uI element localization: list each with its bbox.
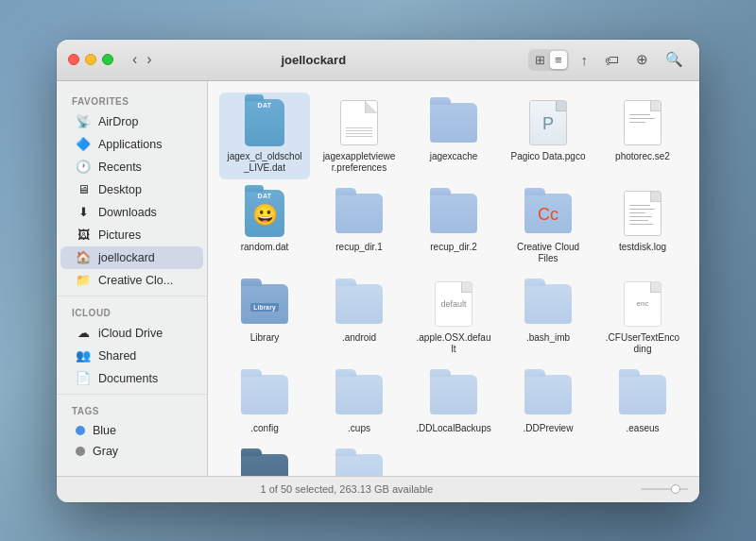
file-item-ddlocalbackups[interactable]: .DDLocalBackups: [408, 364, 499, 440]
file-item-pagico[interactable]: P Pagico Data.pgco: [503, 93, 593, 179]
file-item-ddpreview[interactable]: .DDPreview: [503, 364, 593, 440]
downloads-icon: ⬇: [76, 205, 91, 220]
sidebar-item-creative-cloud[interactable]: 📁 Creative Clo...: [60, 269, 203, 292]
view-toggle: ⊞ ≡: [528, 49, 569, 71]
status-bar: 1 of 50 selected, 263.13 GB available: [57, 476, 699, 502]
search-button[interactable]: 🔍: [661, 48, 688, 71]
random-dat-file-icon: DAT 😀: [245, 190, 284, 237]
grid-view-button[interactable]: ⊞: [530, 51, 550, 69]
placeholder-1-icon: [335, 449, 384, 476]
apple-osx-icon: default: [429, 279, 478, 329]
file-item-random-dat[interactable]: DAT 😀 random.dat: [219, 183, 310, 270]
file-item-cups[interactable]: .cups: [314, 364, 404, 440]
creative-cloud-icon: 📁: [76, 273, 91, 288]
content-area: Favorites 📡 AirDrop 🔷 Applications 🕐 Rec…: [57, 81, 699, 476]
doc-file-icon: [340, 100, 378, 145]
applications-icon: 🔷: [76, 137, 91, 152]
share-button[interactable]: ↑: [576, 49, 593, 71]
folder-icon-ddp: [524, 375, 572, 414]
cfuser-file-icon: enc: [624, 281, 662, 327]
sidebar-item-joellockard[interactable]: 🏠 joellockard: [60, 246, 203, 269]
shared-icon: 👥: [76, 348, 91, 363]
sidebar-divider-2: [57, 394, 207, 395]
folder-icon-ddlb: [430, 375, 477, 414]
pictures-label: Pictures: [98, 228, 141, 242]
exec-icon: [240, 449, 289, 476]
file-item-cc-files[interactable]: Cc Creative Cloud Files: [503, 183, 593, 270]
file-item-android[interactable]: .android: [314, 274, 404, 361]
sidebar-item-tag-blue[interactable]: Blue: [60, 420, 203, 441]
photorec-icon: [618, 98, 667, 147]
easeus-name: .easeus: [626, 423, 659, 434]
file-item-exec[interactable]: exec: [219, 444, 310, 476]
file-item-easeus[interactable]: .easeus: [597, 364, 688, 440]
file-item-cfuser[interactable]: enc .CFUserTextEncoding: [597, 274, 688, 361]
config-icon: [240, 370, 289, 419]
cc-logo: Cc: [538, 205, 558, 225]
ddpreview-name: .DDPreview: [524, 423, 574, 434]
pgco-file-icon: P: [529, 100, 567, 145]
apple-default-label: default: [440, 299, 466, 309]
sidebar-item-downloads[interactable]: ⬇ Downloads: [60, 201, 203, 224]
sidebar-item-tag-gray[interactable]: Gray: [60, 441, 203, 462]
exec-folder-icon: [241, 454, 288, 476]
file-item-photorec[interactable]: photorec.se2: [597, 93, 688, 179]
random-dat-name: random.dat: [241, 242, 289, 253]
library-badge: Library: [250, 303, 278, 312]
toolbar-right: ⊞ ≡ ↑ 🏷 ⊕ 🔍: [528, 48, 688, 71]
sidebar-item-shared[interactable]: 👥 Shared: [60, 345, 203, 367]
dat-label: DAT: [245, 102, 284, 109]
bash-imb-name: .bash_imb: [526, 332, 570, 344]
file-item-placeholder-1[interactable]: [314, 444, 404, 476]
photorec-lines: [629, 114, 656, 126]
log-lines: [629, 205, 656, 228]
file-item-bash-imb[interactable]: .bash_imb: [503, 274, 593, 361]
file-item-jagexcache[interactable]: jagexcache: [408, 93, 499, 179]
file-area[interactable]: DAT jagex_cl_oldschol_LIVE.dat: [208, 81, 699, 476]
recup1-name: recup_dir.1: [335, 242, 382, 253]
icloud-section-title: iCloud: [57, 300, 207, 322]
sidebar-item-documents[interactable]: 📄 Documents: [60, 367, 203, 390]
minimize-button[interactable]: [85, 54, 96, 65]
photorec-file-icon: [624, 100, 662, 145]
file-item-recup1[interactable]: recup_dir.1: [314, 183, 404, 270]
recup1-icon: [335, 189, 384, 238]
tags-section-title: Tags: [57, 398, 207, 420]
sidebar-item-airdrop[interactable]: 📡 AirDrop: [60, 110, 203, 133]
file-item-testdisk[interactable]: testdisk.log: [597, 183, 688, 270]
tag-button[interactable]: 🏷: [600, 49, 624, 71]
cc-folder-icon: Cc: [524, 194, 572, 233]
close-button[interactable]: [68, 54, 79, 65]
action-button[interactable]: ⊕: [631, 48, 653, 71]
cups-name: .cups: [348, 423, 370, 434]
file-item-apple-osx[interactable]: default .apple.OSX.default: [408, 274, 499, 361]
folder-icon-recup2: [430, 194, 477, 233]
gray-tag-dot: [76, 447, 85, 456]
desktop-icon: 🖥: [76, 182, 91, 197]
sidebar-item-icloud-drive[interactable]: ☁ iCloud Drive: [60, 322, 203, 345]
downloads-label: Downloads: [98, 206, 157, 219]
blue-tag-dot: [76, 426, 85, 435]
blue-tag-label: Blue: [93, 424, 116, 437]
apple-default-file-icon: default: [435, 281, 472, 327]
file-item-library[interactable]: Library Library: [219, 274, 310, 361]
sidebar-item-desktop[interactable]: 🖥 Desktop: [60, 178, 203, 201]
list-view-button[interactable]: ≡: [550, 51, 567, 69]
file-item-jagexapplet[interactable]: jagexappletviewer.preferences: [314, 93, 404, 179]
zoom-slider[interactable]: [641, 488, 688, 490]
file-item-recup2[interactable]: recup_dir.2: [408, 183, 499, 270]
bash-imb-icon: [524, 279, 573, 329]
file-item-jagex-cl[interactable]: DAT jagex_cl_oldschol_LIVE.dat: [219, 93, 310, 179]
library-folder-icon: Library: [241, 284, 288, 324]
sidebar-item-applications[interactable]: 🔷 Applications: [60, 133, 203, 156]
cc-files-icon: Cc: [524, 189, 573, 238]
random-dat-label: DAT: [245, 193, 284, 199]
zoom-control[interactable]: [641, 488, 688, 490]
file-item-config[interactable]: .config: [219, 364, 310, 440]
jagexcache-icon: [429, 98, 478, 147]
sidebar-item-pictures[interactable]: 🖼 Pictures: [60, 224, 203, 246]
status-text: 1 of 50 selected, 263.13 GB available: [68, 483, 626, 495]
sidebar-item-recents[interactable]: 🕐 Recents: [60, 156, 203, 178]
zoom-thumb[interactable]: [671, 484, 680, 494]
recents-icon: 🕐: [76, 160, 91, 175]
